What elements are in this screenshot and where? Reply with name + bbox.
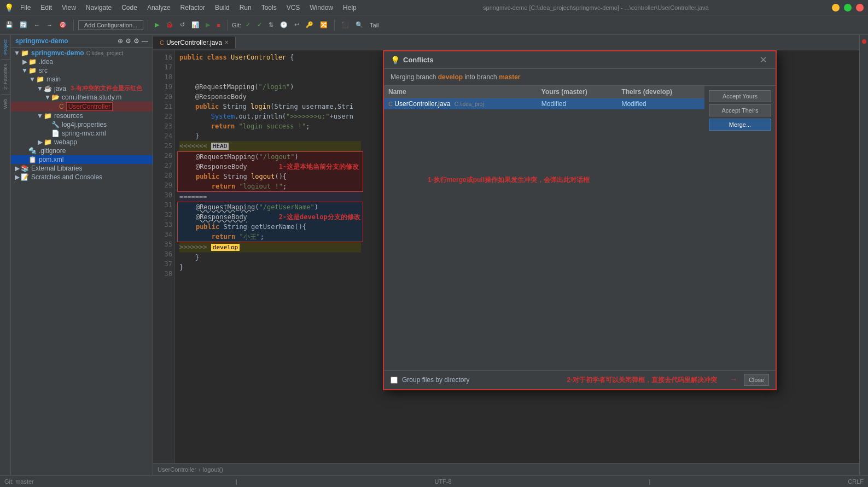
code-line-29: return "logiout !"; — [180, 181, 360, 191]
tree-java[interactable]: ▼ ☕ java 3-有冲突的文件会显示红色 — [11, 84, 153, 93]
web-tab[interactable]: Web — [3, 97, 8, 111]
dialog-close-btn[interactable]: ✕ — [758, 55, 769, 65]
code-line-33: public String getUserName(){ — [180, 222, 360, 232]
subtitle-prefix: Merging branch — [391, 73, 438, 81]
git-revert[interactable]: ↩ — [292, 20, 301, 30]
maximize-btn[interactable] — [844, 4, 852, 11]
status-git[interactable]: Git: master — [4, 478, 34, 485]
toolbar-coverage[interactable]: 📊 — [189, 20, 201, 30]
idea-folder-icon: 📁 — [28, 58, 37, 66]
tree-src[interactable]: ▼ 📁 src — [11, 66, 153, 75]
breadcrumb-method[interactable]: logout() — [203, 466, 223, 473]
dialog-title: 💡 Conflicts — [391, 56, 434, 64]
merge-btn[interactable]: Merge... — [709, 119, 771, 131]
status-encoding[interactable]: UTF-8 — [434, 478, 451, 485]
file-tree: ▼ 📁 springmvc-demo C:\idea_project ▶ 📁 .… — [11, 48, 153, 475]
toolbar-reload[interactable]: ↺ — [178, 20, 187, 30]
table-row[interactable]: C UserController.java C:\idea_proj Modif… — [384, 98, 704, 110]
favorites-tab[interactable]: 2: Favorites — [3, 62, 8, 92]
git-branch[interactable]: 🔀 — [318, 20, 330, 30]
java-arrow: ▼ — [36, 85, 44, 92]
menu-vcs[interactable]: VCS — [283, 4, 304, 11]
menu-run[interactable]: Run — [236, 4, 255, 11]
toolbar-sync[interactable]: 🔄 — [18, 20, 30, 30]
breadcrumb-file[interactable]: UserController — [158, 466, 196, 473]
tree-idea[interactable]: ▶ 📁 .idea — [11, 57, 153, 66]
java-folder-icon: ☕ — [44, 85, 52, 92]
tree-root[interactable]: ▼ 📁 springmvc-demo C:\idea_project — [11, 49, 153, 57]
menu-help[interactable]: Help — [340, 4, 360, 11]
git-checkmark2[interactable]: ✓ — [255, 20, 264, 30]
toolbar-terminal[interactable]: ⬛ — [339, 20, 351, 30]
toolbar-forward[interactable]: → — [44, 21, 55, 30]
toolbar-stop[interactable]: ■ — [214, 21, 223, 30]
code-line-28: public String logout(){ — [180, 172, 360, 181]
toolbar-debug[interactable]: 🐞 — [164, 20, 176, 30]
menu-navigate[interactable]: Navigate — [83, 4, 115, 11]
git-key[interactable]: 🔑 — [304, 20, 316, 30]
code-line-16: public class UserController { — [179, 52, 361, 62]
sidebar-icon-collapse[interactable]: — — [142, 37, 148, 45]
minimize-btn[interactable] — [832, 4, 840, 11]
window-controls — [832, 4, 864, 11]
left-tab-strip: Project 2: Favorites Web — [0, 35, 11, 475]
tree-package[interactable]: ▼ 📂 com.itheima.study.m — [11, 93, 153, 102]
springxml-icon: 📄 — [51, 130, 60, 137]
editor-body: 1617181920 2122232425 2627282930 3132333… — [153, 50, 365, 463]
tree-log4j[interactable]: 🔧 log4j.properties — [11, 120, 153, 129]
menu-build[interactable]: Build — [212, 4, 233, 11]
toolbar-sep2 — [148, 20, 148, 31]
tab-close[interactable]: ✕ — [224, 39, 229, 45]
tree-gitignore[interactable]: 🔩 .gitignore — [11, 146, 153, 155]
editor-tab-usercontroller[interactable]: C UserController.java ✕ — [153, 37, 236, 49]
sidebar-icon-gear[interactable]: ⚙ — [125, 37, 131, 45]
tail-label: Tail — [370, 22, 379, 28]
menu-tools[interactable]: Tools — [258, 4, 280, 11]
accept-yours-btn[interactable]: Accept Yours — [709, 90, 771, 102]
accept-theirs-btn[interactable]: Accept Theirs — [709, 104, 771, 116]
main-label: main — [46, 75, 61, 83]
toolbar-run2[interactable]: ▶ — [203, 20, 212, 30]
root-path: C:\idea_project — [86, 50, 123, 56]
menu-view[interactable]: View — [59, 4, 79, 11]
menu-file[interactable]: File — [17, 4, 34, 11]
menu-analyze[interactable]: Analyze — [144, 4, 174, 11]
sidebar-icon-web[interactable]: ⊕ — [118, 37, 123, 45]
menu-window[interactable]: Window — [306, 4, 336, 11]
code-line-30: ======= — [179, 192, 361, 202]
tree-resources[interactable]: ▼ 📁 resources — [11, 112, 153, 120]
add-configuration-btn[interactable]: Add Configuration... — [78, 20, 143, 30]
menu-edit[interactable]: Edit — [37, 4, 55, 11]
code-editor[interactable]: public class UserController { @RequestMa… — [175, 50, 365, 463]
close-btn[interactable]: Close — [744, 374, 769, 386]
project-tab[interactable]: Project — [3, 37, 8, 57]
close-btn[interactable] — [856, 4, 864, 11]
dialog-table-area: Name Yours (master) Theirs (develop) C U… — [384, 86, 704, 370]
git-update[interactable]: ⇅ — [266, 20, 276, 30]
status-crlf[interactable]: CRLF — [848, 478, 864, 485]
toolbar-save[interactable]: 💾 — [3, 20, 15, 30]
menu-code[interactable]: Code — [118, 4, 141, 11]
code-line-38 — [179, 272, 361, 282]
sidebar-icon-config[interactable]: ⚙ — [133, 37, 139, 45]
src-arrow: ▼ — [21, 67, 28, 74]
toolbar-sep4 — [334, 20, 335, 31]
tree-main[interactable]: ▼ 📁 main — [11, 75, 153, 84]
tree-pom[interactable]: 📋 pom.xml — [11, 155, 153, 164]
tree-springxml[interactable]: 📄 spring-mvc.xml — [11, 129, 153, 138]
springxml-label: spring-mvc.xml — [62, 130, 106, 137]
code-line-25: <<<<<<< HEAD — [179, 141, 361, 151]
git-checkmark1[interactable]: ✓ — [243, 20, 253, 30]
group-by-dir-checkbox[interactable] — [391, 377, 398, 384]
editor-tabs: C UserController.java ✕ — [153, 35, 859, 50]
tree-usercontroller[interactable]: C UserController — [11, 102, 153, 112]
toolbar-crosshair[interactable]: 🎯 — [57, 20, 69, 30]
git-history[interactable]: 🕐 — [278, 20, 290, 30]
tree-external-libs[interactable]: ▶ 📚 External Libraries — [11, 164, 153, 173]
tree-webapp[interactable]: ▶ 📁 webapp — [11, 138, 153, 146]
menu-refactor[interactable]: Refactor — [177, 4, 208, 11]
toolbar-back[interactable]: ← — [32, 21, 42, 30]
toolbar-search[interactable]: 🔍 — [353, 20, 365, 30]
tree-scratches[interactable]: ▶ 📝 Scratches and Consoles — [11, 173, 153, 181]
toolbar-run[interactable]: ▶ — [153, 20, 161, 30]
